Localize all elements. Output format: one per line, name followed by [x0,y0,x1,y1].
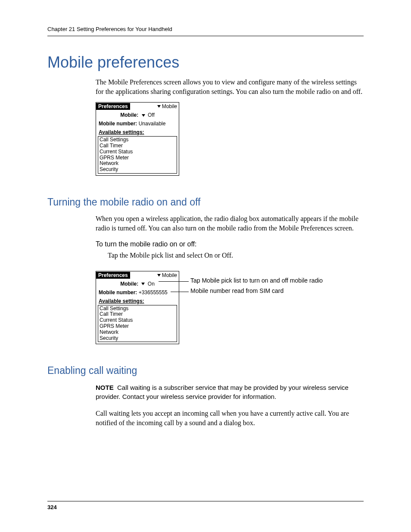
note-label: NOTE [96,384,114,391]
heading-turning-radio: Turning the mobile radio on and off [47,196,364,208]
note-body: Call waiting is a subscriber service tha… [96,384,349,400]
callout-leader-line [159,281,189,282]
procedure-step-1: Tap the Mobile pick list and select On o… [108,251,364,260]
dropdown-icon [157,274,161,277]
page: Chapter 21 Setting Preferences for Your … [0,0,411,532]
palm-screenshot-2: Preferences Mobile Mobile: On Mobile num… [96,271,179,345]
dropdown-icon [141,283,145,285]
palm-settings-list[interactable]: Call Settings Call Timer Current Status … [98,136,177,174]
list-item[interactable]: Network [100,330,175,336]
figure-with-callouts: Preferences Mobile Mobile: On Mobile num… [96,267,364,345]
radio-paragraph: When you open a wireless application, th… [96,214,364,233]
list-item[interactable]: Current Status [100,149,175,155]
palm-avail-row: Available settings: [96,128,179,136]
callout-text-1: Tap Mobile pick list to turn on and off … [190,277,323,284]
intro-paragraph: The Mobile Preferences screen allows you… [96,78,364,96]
palm-mobile-value: Off [148,112,155,118]
list-item[interactable]: Security [100,336,175,342]
palm-screenshot-1: Preferences Mobile Mobile: Off Mobile nu… [96,102,179,176]
list-item[interactable]: Current Status [100,317,175,324]
palm-title: Preferences [96,272,130,279]
list-item[interactable]: Call Settings [100,137,175,143]
palm-mobnum-label: Mobile number: [99,289,137,296]
palm-titlebar: Preferences Mobile [96,271,179,279]
dropdown-icon [142,114,145,117]
palm-titlebar: Preferences Mobile [96,103,179,110]
palm-avail-label: Available settings: [99,298,144,304]
callout-leader-line [171,292,189,292]
palm-mobile-row[interactable]: Mobile: On [96,279,179,288]
list-item[interactable]: GPRS Meter [100,324,175,330]
list-item[interactable]: Security [100,167,175,173]
running-head: Chapter 21 Setting Preferences for Your … [47,26,364,36]
list-item[interactable]: Call Timer [100,311,175,317]
palm-mobile-label: Mobile: [120,281,138,287]
palm-menu-label: Mobile [162,103,177,109]
palm-menu-picklist[interactable]: Mobile [157,272,179,278]
note-block: NOTE Call waiting is a subscriber servic… [96,383,364,401]
palm-avail-label: Available settings: [99,129,144,135]
list-item[interactable]: GPRS Meter [100,155,175,161]
palm-avail-row: Available settings: [96,296,179,305]
page-footer: 324 [47,501,364,510]
palm-menu-label: Mobile [162,272,177,278]
palm-mobile-row[interactable]: Mobile: Off [96,110,179,119]
palm-mobnum-row: Mobile number: +336555555 [96,288,179,296]
list-item[interactable]: Call Settings [100,306,175,312]
palm-mobnum-label: Mobile number: [99,121,137,127]
heading-mobile-preferences: Mobile preferences [47,53,364,72]
procedure-heading: To turn the mobile radio on or off: [96,240,364,248]
palm-mobile-label: Mobile: [120,112,138,118]
palm-settings-list[interactable]: Call Settings Call Timer Current Status … [98,305,177,342]
list-item[interactable]: Call Timer [100,143,175,149]
page-number: 324 [47,504,57,510]
palm-menu-picklist[interactable]: Mobile [157,103,179,109]
palm-title: Preferences [96,103,130,110]
palm-mobnum-value: Unavailable [139,121,166,127]
content-area-2: When you open a wireless application, th… [96,214,364,344]
callout-text-2: Mobile number read from SIM card [190,287,283,294]
heading-call-waiting: Enabling call waiting [47,365,364,376]
list-item[interactable]: Network [100,161,175,167]
palm-mobnum-value: +336555555 [139,289,168,296]
call-waiting-paragraph: Call waiting lets you accept an incoming… [96,409,364,427]
palm-mobile-value: On [148,281,155,287]
dropdown-icon [157,105,161,108]
palm-mobnum-row: Mobile number: Unavailable [96,119,179,128]
content-area: The Mobile Preferences screen allows you… [96,78,364,176]
content-area-3: NOTE Call waiting is a subscriber servic… [96,383,364,427]
